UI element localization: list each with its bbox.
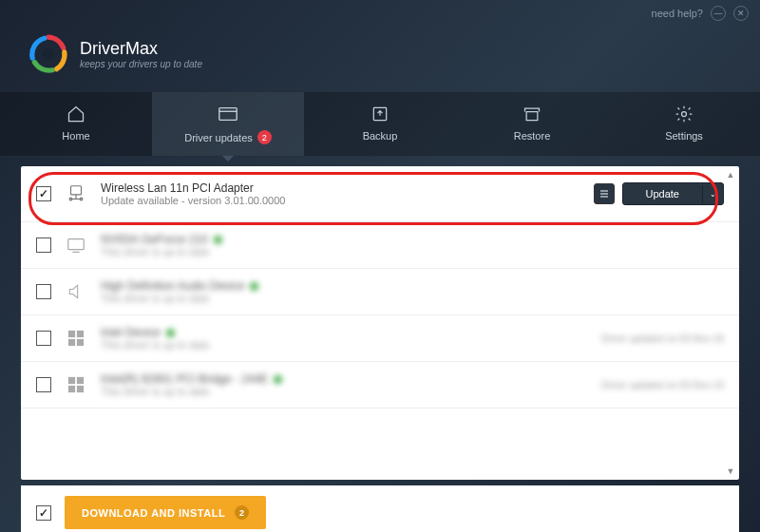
driver-checkbox[interactable] [36,377,51,392]
driver-checkbox[interactable] [36,238,51,253]
backup-icon [370,104,390,124]
nav-driver-updates[interactable]: Driver updates2 [152,92,304,156]
nav-label: Home [62,130,89,142]
driver-checkbox[interactable] [36,186,51,201]
scroll-down-icon[interactable]: ▼ [727,466,735,476]
svg-point-4 [682,112,687,117]
svg-rect-15 [68,331,75,337]
driver-name: Intel Device [101,326,161,339]
svg-rect-5 [71,186,82,195]
main-nav: Home Driver updates2 Backup Restore Sett… [0,91,760,157]
select-all-checkbox[interactable] [36,505,51,521]
display-icon [65,234,87,256]
svg-rect-20 [77,377,84,384]
nav-home[interactable]: Home [0,92,152,156]
svg-rect-18 [77,339,84,346]
network-adapter-icon [65,182,87,205]
driver-row[interactable]: NVIDIA GeForce 210 This driver is up to … [21,222,739,269]
driver-details-button[interactable] [594,183,615,204]
status-dot-icon [250,282,258,291]
svg-rect-1 [219,108,237,121]
driver-status: This driver is up to date [101,293,724,304]
updates-icon [218,104,238,124]
driver-name: High Definition Audio Device [101,279,244,293]
driver-row[interactable]: Intel Device This driver is up to date D… [21,315,739,362]
update-date: Driver updated on 03-Nov-16 [601,380,724,390]
app-header: DriverMax keeps your drivers up to date [0,27,760,91]
nav-label: Restore [514,130,551,142]
download-install-button[interactable]: DOWNLOAD AND INSTALL 2 [65,496,266,529]
driver-name: Intel(R) 82801 PCI Bridge - 244E [101,372,268,386]
gear-icon [674,104,694,124]
updates-badge: 2 [257,130,272,144]
home-icon [66,104,86,124]
driver-list-panel: Wireless Lan 11n PCI Adapter Update avai… [21,166,739,480]
app-title: DriverMax [80,39,202,59]
nav-label: Driver updates [184,132,253,143]
driver-name: NVIDIA GeForce 210 [101,233,208,246]
driver-status: This driver is up to date [101,386,588,397]
windows-icon [65,373,87,396]
status-dot-icon [214,236,222,244]
svg-point-0 [43,48,55,61]
driver-checkbox[interactable] [36,331,51,346]
update-dropdown[interactable]: ⌄ [702,185,723,203]
driver-status: This driver is up to date [101,246,724,257]
svg-rect-16 [77,331,84,337]
nav-settings[interactable]: Settings [608,92,760,156]
help-link[interactable]: need help? [652,8,703,19]
driver-status: Update available - version 3.01.00.0000 [101,195,580,206]
windows-icon [65,327,87,350]
svg-rect-21 [68,386,75,392]
status-dot-icon [274,375,282,384]
app-subtitle: keeps your drivers up to date [80,59,202,69]
scrollbar[interactable]: ▲ ▼ [724,170,737,476]
footer-panel: DOWNLOAD AND INSTALL 2 [21,485,739,532]
close-button[interactable]: ✕ [733,6,749,21]
app-logo-icon [28,34,68,74]
driver-status: This driver is up to date [101,339,588,351]
nav-restore[interactable]: Restore [456,92,608,156]
driver-row-featured[interactable]: Wireless Lan 11n PCI Adapter Update avai… [21,166,739,222]
nav-backup[interactable]: Backup [304,92,456,156]
nav-label: Settings [665,130,703,142]
driver-row[interactable]: Intel(R) 82801 PCI Bridge - 244E This dr… [21,362,739,408]
restore-icon [522,104,542,124]
driver-name: Wireless Lan 11n PCI Adapter [101,181,580,195]
svg-rect-17 [68,339,75,346]
svg-rect-19 [68,377,75,384]
status-dot-icon [166,329,175,337]
download-badge: 2 [235,505,249,520]
nav-label: Backup [363,130,398,142]
audio-icon [65,280,87,303]
svg-rect-22 [77,386,84,392]
update-button[interactable]: Update⌄ [622,182,724,205]
driver-checkbox[interactable] [36,284,51,299]
svg-rect-13 [68,239,85,250]
minimize-button[interactable]: — [711,6,726,21]
driver-row[interactable]: High Definition Audio Device This driver… [21,269,739,315]
update-date: Driver updated on 03-Nov-16 [601,333,724,344]
scroll-up-icon[interactable]: ▲ [727,170,735,180]
